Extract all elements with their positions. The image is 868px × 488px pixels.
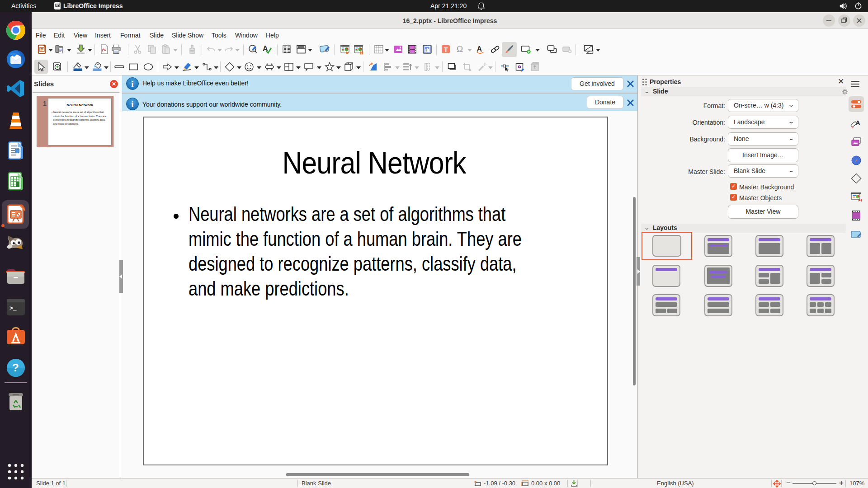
svg-text:A: A [477, 45, 482, 53]
svg-text:Ω: Ω [457, 44, 463, 54]
svg-text:>_: >_ [9, 305, 17, 312]
svg-text:T: T [444, 46, 448, 53]
svg-text:?: ? [12, 361, 19, 374]
